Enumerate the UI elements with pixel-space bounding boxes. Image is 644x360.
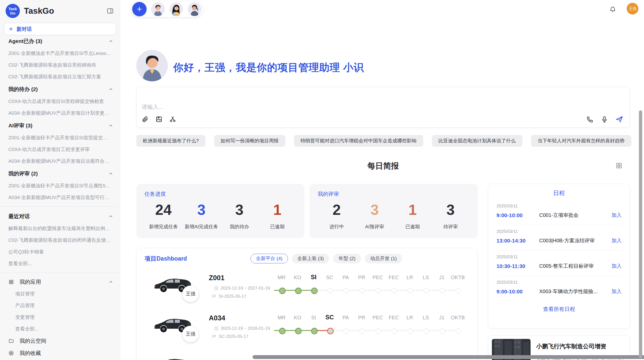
project-dates: 2023-12-19 ~ 2027-01-19: [214, 286, 270, 291]
sidebar-sub-item[interactable]: 产品管理: [0, 300, 120, 311]
milestone-dot[interactable]: [375, 328, 381, 334]
sidebar-item[interactable]: C02-飞腾新能源轻客改款项目的闭环通告反馈情况: [0, 234, 120, 246]
add-agent-button[interactable]: [132, 2, 147, 16]
agent-avatar[interactable]: [169, 2, 183, 16]
schedule-date: 2025/03/11: [496, 229, 622, 234]
join-meeting-link[interactable]: 加入: [611, 288, 622, 295]
horizontal-scrollbar[interactable]: [253, 355, 644, 359]
sidebar-item[interactable]: C0X4-动力总成开发项目SI里程碑提交物检查: [0, 96, 120, 107]
sidebar-item[interactable]: C02-飞腾新能源轻客改款项目里程碑画布: [0, 59, 120, 71]
milestone-dot[interactable]: [440, 328, 445, 334]
suggestion-chip[interactable]: 欧洲新规最近颁布了什么?: [136, 135, 206, 147]
sidebar-item[interactable]: A034-全新新能源MUV产品开发项目计划变更表编写: [0, 107, 120, 119]
sidebar-item-cloud-folder[interactable]: 我的云空间: [0, 335, 120, 347]
sidebar-sub-item[interactable]: 项目管理: [0, 288, 120, 300]
sidebar-item[interactable]: Z001-全新燃油轻卡产品开发项目SI造型提交物评审: [0, 132, 120, 144]
section-header[interactable]: 我的评审 (2): [0, 167, 120, 180]
suggestion-chip[interactable]: 当下年轻人对汽车外观有怎样的喜好趋势: [531, 135, 631, 147]
milestone-dot[interactable]: [407, 328, 413, 334]
milestone-dot[interactable]: [440, 288, 445, 294]
sidebar-item[interactable]: Z001-全新燃油皮卡产品开发项目SI节点Lesson Learn报告: [0, 48, 120, 59]
send-icon[interactable]: [615, 115, 623, 123]
section-header[interactable]: 我的待办 (2): [0, 83, 120, 96]
new-chat-button[interactable]: 新对话: [4, 23, 116, 35]
notifications-bell-icon[interactable]: [609, 6, 616, 13]
sidebar-item[interactable]: 解释最新出台的欧盟报废车法规再生塑料比例被调至15%...: [0, 223, 120, 234]
milestone-dot[interactable]: [407, 288, 413, 294]
sidebar-item[interactable]: C0X4-动力总成开发项目工程变更评审: [0, 144, 120, 155]
section-header[interactable]: 最近对话: [0, 210, 120, 223]
agent-avatar[interactable]: [151, 2, 165, 16]
milestone-dot[interactable]: [279, 288, 286, 294]
milestone-dot[interactable]: [311, 328, 318, 334]
project-code[interactable]: A034: [209, 314, 225, 322]
suggestion-chip[interactable]: 比亚迪全固态电池计划具体说了什么: [432, 135, 522, 147]
dashboard-filter-pill[interactable]: 全新上装 (3): [292, 254, 329, 263]
sidebar-divider: [0, 273, 120, 273]
milestone-dot[interactable]: [279, 328, 286, 334]
sidebar-item[interactable]: 公司Q3轻卡销量: [0, 246, 120, 258]
vertical-scrollbar[interactable]: [639, 110, 642, 358]
chevron-up-icon[interactable]: [108, 214, 113, 219]
sidebar-item[interactable]: C02-飞腾新能源轻客改款项目立项汇报方案: [0, 71, 120, 83]
sidebar-item[interactable]: 查看全部...: [0, 258, 120, 269]
sidebar-sub-item[interactable]: 查看全部...: [0, 323, 120, 335]
dashboard-filter-pill[interactable]: 全新平台 (4): [251, 254, 288, 263]
section-header[interactable]: Agent已办 (3): [0, 35, 120, 48]
sidebar-item[interactable]: A034-全新新能源MUV产品开发项目法规符合性评审: [0, 155, 120, 167]
image-icon[interactable]: [155, 116, 163, 123]
milestone-dot[interactable]: [456, 328, 461, 334]
milestone-dot[interactable]: [343, 328, 349, 334]
suggestion-chip[interactable]: 特朗普可能对进口汽车增税会对中国车企造成哪些影响: [294, 135, 423, 147]
dashboard-filter-pill[interactable]: 年型 (2): [333, 254, 361, 263]
app-title: TaskGo: [24, 6, 106, 16]
chevron-up-icon[interactable]: [108, 279, 113, 284]
project-code[interactable]: Z001: [209, 274, 225, 282]
chevron-up-icon[interactable]: [108, 171, 113, 176]
join-meeting-link[interactable]: 加入: [611, 263, 622, 269]
message-composer[interactable]: 请输入...: [136, 87, 630, 128]
composer-input[interactable]: 请输入...: [142, 103, 623, 111]
sidebar-item-star[interactable]: 我的收藏: [0, 347, 120, 359]
milestone-dot[interactable]: [295, 288, 302, 294]
milestone-dot[interactable]: [391, 328, 397, 334]
milestone-dot[interactable]: [295, 328, 302, 334]
sidebar-scroll-area[interactable]: Agent已办 (3)Z001-全新燃油皮卡产品开发项目SI节点Lesson L…: [0, 35, 120, 360]
suggestion-chip[interactable]: 如何写一份清晰的项目周报: [214, 135, 285, 147]
sidebar-item[interactable]: A034-全新新能源MUV产品开发项目造型可行性评审: [0, 192, 120, 203]
dashboard-filter-pill[interactable]: 动总开发 (1): [365, 254, 402, 263]
attachment-icon[interactable]: [142, 116, 149, 123]
milestone-dot[interactable]: [359, 328, 365, 334]
milestone-dot[interactable]: [423, 288, 429, 294]
microphone-icon[interactable]: [601, 116, 608, 123]
scissors-icon[interactable]: [169, 116, 176, 123]
milestone-dot[interactable]: [423, 328, 429, 334]
milestone-dot[interactable]: [327, 328, 334, 334]
sidebar-sub-item[interactable]: 变更管理: [0, 311, 120, 323]
milestone-dot[interactable]: [327, 288, 333, 294]
stat-value: 24: [144, 202, 182, 218]
chevron-up-icon[interactable]: [108, 39, 113, 44]
agent-avatar[interactable]: [188, 2, 201, 16]
schedule-date: 2025/03/11: [496, 204, 622, 209]
section-header[interactable]: AI评审 (3): [0, 119, 120, 132]
milestone-dot[interactable]: [343, 288, 349, 294]
join-meeting-link[interactable]: 加入: [611, 212, 622, 219]
phone-icon[interactable]: [586, 116, 594, 123]
milestone-dot[interactable]: [456, 288, 461, 294]
sidebar-item[interactable]: Z001-全新燃油轻卡产品开发项目SI节点属性5D文件评审: [0, 180, 120, 192]
milestone-dot[interactable]: [311, 288, 318, 294]
view-all-schedule-link[interactable]: 查看所有日程: [496, 301, 622, 317]
milestone-dot[interactable]: [375, 288, 381, 294]
stat-cell: 3AI预评审: [356, 202, 393, 230]
join-meeting-link[interactable]: 加入: [611, 237, 622, 244]
chevron-up-icon[interactable]: [108, 87, 113, 92]
sidebar-item-my-apps[interactable]: 我的应用: [0, 276, 120, 288]
sidebar-collapse-icon[interactable]: [106, 7, 114, 15]
milestone-dot[interactable]: [391, 288, 397, 294]
chevron-up-icon[interactable]: [108, 123, 113, 128]
user-avatar[interactable]: 王强: [627, 3, 638, 14]
layout-grid-icon[interactable]: [616, 162, 622, 169]
project-owner-badge: 王强: [182, 286, 199, 302]
milestone-dot[interactable]: [359, 288, 365, 294]
